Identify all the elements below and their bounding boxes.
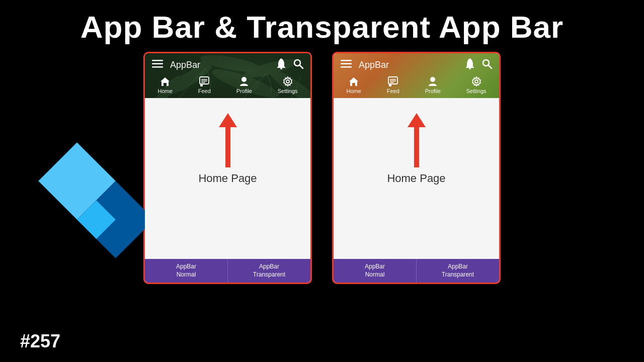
phone1-bottom-tabs: AppBarNormal AppBarTransparent <box>145 259 310 283</box>
tab-home-2[interactable]: Home <box>346 76 361 94</box>
arrow-up-2 <box>408 113 426 167</box>
tab-home[interactable]: Home <box>157 76 172 94</box>
flutter-logo <box>28 101 158 261</box>
appbar-action-icons <box>276 58 303 71</box>
svg-rect-12 <box>152 60 163 61</box>
phone-transparent: AppBar <box>332 52 501 284</box>
svg-marker-0 <box>48 101 138 146</box>
svg-rect-33 <box>388 77 397 84</box>
episode-number: #257 <box>20 331 60 352</box>
search-icon[interactable] <box>293 59 303 71</box>
phone-normal: AppBar <box>143 52 312 284</box>
svg-point-15 <box>280 67 282 69</box>
tab-feed[interactable]: Feed <box>198 76 211 94</box>
home-page-text-1: Home Page <box>198 172 257 185</box>
menu-icon-2[interactable] <box>341 60 352 70</box>
bottom-tab-normal-label-2: AppBarNormal <box>365 263 385 278</box>
svg-rect-37 <box>389 84 391 86</box>
tab-home-label-2: Home <box>346 88 361 94</box>
appbar-normal-inner: AppBar <box>145 53 310 98</box>
bottom-tab-normal-2[interactable]: AppBarNormal <box>334 259 417 283</box>
svg-line-17 <box>300 65 303 68</box>
tab-settings-2[interactable]: Settings <box>466 76 487 94</box>
arrow-head-1 <box>219 113 237 127</box>
arrow-shaft-2 <box>414 127 419 167</box>
page-title: App Bar & Transparent App Bar <box>0 0 644 45</box>
tab-profile-label-2: Profile <box>425 88 441 94</box>
svg-point-39 <box>475 80 478 83</box>
tab-settings-label-2: Settings <box>466 88 487 94</box>
svg-rect-14 <box>152 66 163 68</box>
svg-point-29 <box>469 67 471 69</box>
svg-marker-18 <box>160 77 170 86</box>
tab-profile-label: Profile <box>236 88 252 94</box>
home-page-text-2: Home Page <box>387 172 445 185</box>
svg-rect-26 <box>341 60 352 61</box>
tab-feed-label: Feed <box>198 88 211 94</box>
tab-settings-label: Settings <box>278 88 298 94</box>
appbar-title: AppBar <box>170 60 276 70</box>
arrow-shaft-1 <box>225 127 230 167</box>
bottom-tab-transparent-1[interactable]: AppBarTransparent <box>228 259 310 283</box>
appbar-title-2: AppBar <box>359 60 465 70</box>
tab-settings[interactable]: Settings <box>278 76 298 94</box>
tab-home-label: Home <box>157 88 172 94</box>
tab-profile-2[interactable]: Profile <box>425 76 441 94</box>
bell-icon-2[interactable] <box>465 58 475 71</box>
search-icon-2[interactable] <box>482 59 492 71</box>
arrow-head-2 <box>408 113 426 127</box>
svg-point-38 <box>430 77 435 82</box>
appbar-top-row-2: AppBar <box>334 53 499 74</box>
appbar-action-icons-2 <box>465 58 492 71</box>
bottom-tab-normal-1[interactable]: AppBarNormal <box>145 259 228 283</box>
tab-feed-2[interactable]: Feed <box>387 76 399 94</box>
arrow-up-1 <box>219 113 237 167</box>
phone1-body: Home Page <box>145 98 310 259</box>
svg-rect-27 <box>341 63 352 65</box>
svg-rect-13 <box>152 63 163 65</box>
appbar-transparent: AppBar <box>334 53 499 98</box>
tab-profile[interactable]: Profile <box>236 76 252 94</box>
svg-rect-28 <box>341 66 352 68</box>
bottom-tab-transparent-label-1: AppBarTransparent <box>253 263 285 278</box>
svg-rect-23 <box>200 84 203 86</box>
appbar-normal: AppBar <box>145 53 310 98</box>
svg-point-24 <box>242 77 247 82</box>
svg-marker-32 <box>349 77 358 86</box>
svg-line-31 <box>489 65 492 68</box>
svg-point-25 <box>286 80 289 83</box>
bottom-tab-normal-label-1: AppBarNormal <box>176 263 196 278</box>
bell-icon[interactable] <box>276 58 286 71</box>
svg-rect-19 <box>200 77 209 84</box>
bottom-tab-transparent-label-2: AppBarTransparent <box>442 263 474 278</box>
appbar-transparent-inner: AppBar <box>334 53 499 98</box>
menu-icon[interactable] <box>152 60 163 70</box>
bottom-tab-transparent-2[interactable]: AppBarTransparent <box>417 259 499 283</box>
nav-tabs-normal: Home Feed <box>145 74 310 98</box>
phone2-bottom-tabs: AppBarNormal AppBarTransparent <box>334 259 499 283</box>
nav-tabs-transparent: Home Feed <box>334 74 499 98</box>
tab-feed-label-2: Feed <box>387 88 399 94</box>
phone2-body: Home Page <box>334 98 499 259</box>
appbar-top-row: AppBar <box>145 53 310 74</box>
